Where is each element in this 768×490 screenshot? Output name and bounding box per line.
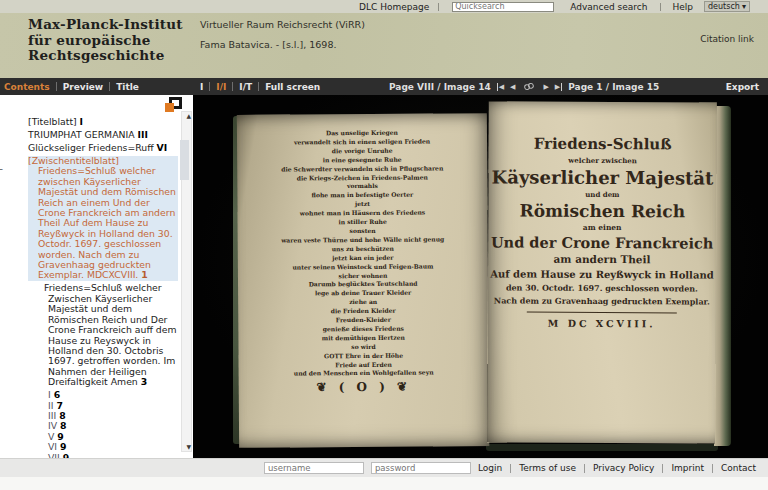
quicksearch-input[interactable] <box>452 2 554 12</box>
toc-entry-page: 8 <box>59 410 65 421</box>
contents-sidebar: [Titelblatt] ITRIUMPHAT GERMANIA IIIGlüc… <box>0 95 193 458</box>
bottom-margin <box>0 477 768 490</box>
book-image[interactable]: Das unselige Kriegenverwandelt sich in e… <box>233 101 735 451</box>
left-page: Das unselige Kriegenverwandelt sich in e… <box>237 113 489 448</box>
book-cover-edge-bottom <box>486 444 718 451</box>
title-line: Römischen Reich <box>488 200 716 221</box>
document-header: Virtueller Raum Reichsrecht (ViRR) Fama … <box>200 19 365 50</box>
toc-entry-page: 9 <box>60 441 66 452</box>
dlc-homepage-link[interactable]: DLC Homepage <box>359 2 429 12</box>
page-ornament: ❦ ( O ) ❦ <box>239 382 489 393</box>
citation-link[interactable]: Citation link <box>700 34 754 44</box>
separator <box>258 82 259 91</box>
separator <box>109 82 110 91</box>
sidebar-scrollbar[interactable] <box>181 111 192 452</box>
page-text-line: und den Menschen ein Wohlgefallen seyn <box>239 369 489 380</box>
toc-entry-page: 9 <box>57 431 63 442</box>
scrollbar-thumb[interactable] <box>180 140 189 180</box>
contact-link[interactable]: Contact <box>721 463 756 473</box>
toc-entry[interactable]: TRIUMPHAT GERMANIA III <box>28 130 178 140</box>
separator <box>660 3 661 11</box>
mode-image-text[interactable]: I/T <box>239 82 252 92</box>
view-mode-switcher: I I/I I/T Full screen <box>200 78 320 95</box>
terms-of-use-link[interactable]: Terms of use <box>519 463 576 473</box>
book-viewer[interactable]: Das unselige Kriegenverwandelt sich in e… <box>193 95 768 458</box>
advanced-search-link[interactable]: Advanced search <box>570 2 647 12</box>
tab-preview[interactable]: Preview <box>63 82 104 92</box>
institute-logo-text[interactable]: Max-Planck-Institut für europäische Rech… <box>28 17 183 64</box>
help-link[interactable]: Help <box>672 2 693 12</box>
next-page-button[interactable]: ▶ <box>543 83 548 91</box>
top-navigation-bar: DLC Homepage Advanced search Help deutsc… <box>0 0 768 13</box>
document-title: Fama Batavica. - [s.l.], 1698. <box>200 39 365 50</box>
login-button[interactable]: Login <box>478 463 502 473</box>
separator <box>510 464 511 473</box>
viewer-toolbar: Contents Preview Title I I/I I/T Full sc… <box>0 78 768 95</box>
title-line: Käyserlicher Majestät <box>488 166 716 188</box>
toc-entry[interactable]: –[Zwischentitelblatt] Friedens=Schluß we… <box>28 156 178 281</box>
imprint-link[interactable]: Imprint <box>671 463 704 473</box>
institute-line: Rechtsgeschichte <box>28 48 183 64</box>
scroll-up-icon[interactable]: ▲ <box>186 112 191 120</box>
username-field[interactable] <box>264 462 364 474</box>
toc-entry[interactable]: Glückseliger Friedens=Ruff VI <box>28 143 178 153</box>
separator <box>438 3 439 11</box>
scroll-down-icon[interactable]: ▼ <box>186 443 191 451</box>
toc-entry-label: [Titelblatt] <box>28 116 80 127</box>
title-line: Friedens-Schluß <box>489 134 717 153</box>
title-line: und dem <box>488 189 716 199</box>
toc-entry-label: Glückseliger Friedens=Ruff <box>28 142 157 153</box>
collapse-toggle-icon[interactable]: – <box>0 165 8 173</box>
title-line: Auf dem Hause zu Reyßwyck in Holland <box>488 268 716 280</box>
separator <box>56 82 57 91</box>
full-screen-button[interactable]: Full screen <box>265 82 320 92</box>
link-pages-icon[interactable] <box>523 82 535 91</box>
toc-entry-page: 7 <box>56 400 62 411</box>
last-page-button[interactable]: ▶ <box>555 83 562 91</box>
page-navigation: Page VIII / Image 14 ◀ ◀ ▶ ▶ Page 1 / Im… <box>389 78 659 95</box>
separator <box>209 82 210 91</box>
panel-tabs: Contents Preview Title <box>4 78 139 95</box>
page-header: Max-Planck-Institut für europäische Rech… <box>0 13 768 78</box>
export-button[interactable]: Export <box>726 82 759 92</box>
toc-entry-label: V <box>48 431 57 442</box>
separator <box>712 464 713 473</box>
first-page-button[interactable]: ◀ <box>497 83 504 91</box>
detach-panel-icon[interactable] <box>165 97 182 112</box>
toc-entry-page: 8 <box>60 420 66 431</box>
separator <box>584 464 585 473</box>
table-of-contents: [Titelblatt] ITRIUMPHAT GERMANIA IIIGlüc… <box>0 117 178 458</box>
toc-entry[interactable]: –Friedens=Schluß welcher Zwischen Käyser… <box>28 283 178 387</box>
toc-entry[interactable]: [Titelblatt] I <box>28 117 178 127</box>
separator <box>232 82 233 91</box>
title-line: welcher zwischen <box>489 155 717 165</box>
password-field[interactable] <box>371 462 471 474</box>
separator <box>662 464 663 473</box>
title-line: den 30. Octodr. 1697. geschlossen worden… <box>488 282 716 293</box>
right-page: Friedens-Schlußwelcher zwischenKäyserlic… <box>487 101 717 443</box>
toc-entry-page: 3 <box>141 376 147 387</box>
title-line: Nach dem zu Gravenhaag gedruckten Exempl… <box>488 295 716 306</box>
mode-single-page[interactable]: I <box>200 82 203 92</box>
toc-entry-page: 6 <box>54 389 60 400</box>
tab-contents[interactable]: Contents <box>4 82 50 92</box>
institute-line: Max-Planck-Institut <box>28 17 183 33</box>
toc-entry-page: 1 <box>141 269 147 280</box>
title-line: am andern Theil <box>488 252 716 265</box>
title-line: M DC XCVIII. <box>488 317 716 329</box>
title-line: Und der Crone Franckreich <box>488 233 716 251</box>
panel-icon-square <box>165 103 174 112</box>
mode-double-page[interactable]: I/I <box>216 82 226 92</box>
language-select[interactable]: deutsch ▾ <box>704 1 750 12</box>
previous-page-button[interactable]: ◀ <box>510 83 515 91</box>
toc-entry-label: VI <box>48 441 60 452</box>
toc-entry-page: III <box>138 129 148 140</box>
privacy-policy-link[interactable]: Privacy Policy <box>593 463 654 473</box>
language-select-value: deutsch <box>708 2 740 11</box>
title-rule <box>527 312 677 314</box>
footer-bar: Login Terms of use Privacy Policy Imprin… <box>0 458 768 477</box>
left-page-text: Das unselige Kriegenverwandelt sich in e… <box>237 113 489 448</box>
right-page-title-text: Friedens-Schlußwelcher zwischenKäyserlic… <box>487 101 717 443</box>
tab-title[interactable]: Title <box>116 82 139 92</box>
toc-entry-label: Friedens=Schluß welcher Zwischen Käyserl… <box>44 282 176 387</box>
